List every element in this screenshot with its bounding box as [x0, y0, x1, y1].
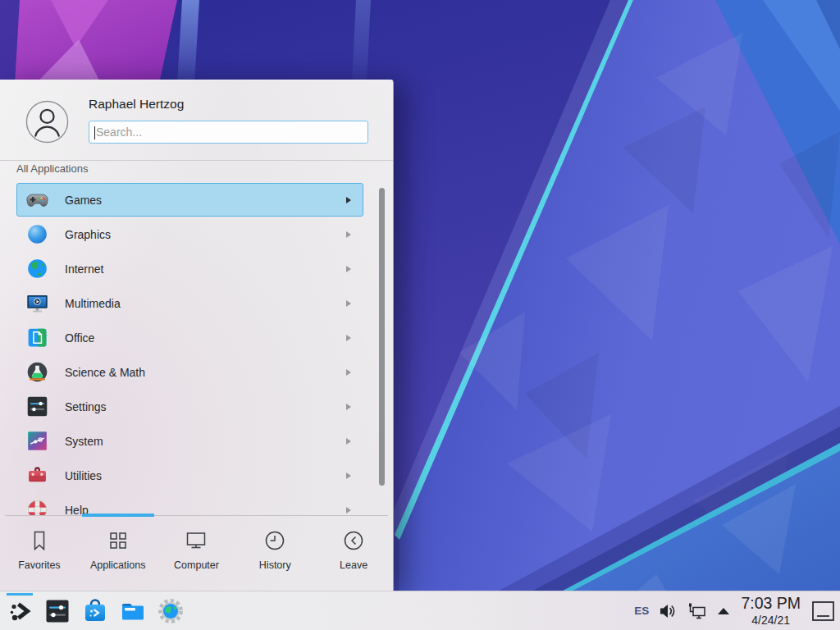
scrollbar-handle[interactable]: [379, 188, 385, 486]
graphics-icon: [25, 222, 49, 246]
settings-icon: [25, 395, 49, 418]
search-input[interactable]: [89, 121, 368, 143]
submenu-arrow-icon: [345, 403, 352, 411]
expand-tray-arrow-icon[interactable]: [718, 608, 729, 614]
menu-header: Raphael Hertzog: [0, 80, 393, 161]
category-list: Games Graphics Internet Multimedia Offic…: [0, 182, 393, 515]
applications-icon: [107, 529, 130, 552]
tab-applications[interactable]: Applications: [79, 516, 158, 591]
category-row[interactable]: System: [16, 424, 363, 458]
globe-gear-icon: [158, 598, 184, 624]
systemsettings-icon: [44, 598, 71, 624]
tab-computer[interactable]: Computer: [158, 516, 236, 591]
category-row[interactable]: Utilities: [16, 459, 363, 492]
web-browser-button[interactable]: [158, 598, 184, 624]
show-desktop-icon[interactable]: [812, 601, 834, 621]
discover-icon: [82, 598, 108, 624]
submenu-arrow-icon: [345, 265, 352, 273]
tab-leave[interactable]: Leave: [314, 516, 393, 591]
category-row[interactable]: Games: [16, 183, 363, 217]
category-row[interactable]: Internet: [16, 252, 363, 285]
system-icon: [25, 429, 49, 453]
system-settings-button[interactable]: [44, 598, 71, 624]
submenu-arrow-icon: [345, 231, 352, 239]
taskbar-panel: ES 7:03 PM 4/24/21: [0, 591, 840, 630]
user-name: Raphael Hertzog: [89, 97, 184, 112]
keyboard-layout-indicator[interactable]: ES: [634, 605, 649, 617]
tab-history[interactable]: History: [235, 516, 314, 591]
category-row[interactable]: Settings: [16, 390, 363, 423]
multimedia-icon: [25, 291, 49, 315]
volume-icon[interactable]: [659, 603, 677, 619]
category-row[interactable]: Graphics: [16, 217, 363, 251]
history-icon: [263, 529, 286, 552]
kickoff-icon: [7, 598, 33, 624]
application-launcher-menu: Raphael Hertzog All Applications Games G…: [0, 80, 394, 591]
leave-icon: [342, 529, 365, 552]
network-icon[interactable]: [687, 602, 708, 620]
search-box: [89, 121, 368, 144]
discover-button[interactable]: [82, 598, 108, 624]
submenu-arrow-icon: [345, 334, 352, 342]
clock-time: 7:03 PM: [741, 596, 801, 612]
menu-tabbar: Favorites Applications Computer History …: [0, 516, 393, 591]
category-row[interactable]: Help: [16, 493, 363, 515]
clock-date: 4/24/21: [751, 614, 790, 626]
utilities-icon: [25, 463, 49, 487]
games-icon: [25, 188, 49, 212]
office-icon: [25, 326, 49, 349]
folder-icon: [120, 598, 146, 624]
category-row[interactable]: Multimedia: [16, 286, 363, 320]
favorites-icon: [28, 529, 51, 552]
submenu-arrow-icon: [345, 472, 352, 480]
app-launcher-button[interactable]: [7, 598, 33, 624]
computer-icon: [185, 529, 208, 552]
user-avatar-icon[interactable]: [25, 100, 69, 144]
submenu-arrow-icon: [345, 368, 352, 377]
tab-favorites[interactable]: Favorites: [0, 516, 79, 591]
category-row[interactable]: Science & Math: [16, 355, 363, 389]
file-manager-button[interactable]: [120, 598, 146, 624]
submenu-arrow-icon: [345, 196, 352, 204]
text-caret: [94, 126, 95, 139]
internet-icon: [25, 257, 49, 281]
taskbar-launchers: [0, 598, 184, 624]
desktop: Raphael Hertzog All Applications Games G…: [0, 0, 840, 630]
category-row[interactable]: Office: [16, 321, 363, 354]
science-icon: [25, 360, 49, 384]
submenu-arrow-icon: [345, 437, 352, 445]
system-tray: ES 7:03 PM 4/24/21: [634, 596, 840, 626]
submenu-arrow-icon: [345, 506, 352, 514]
clock[interactable]: 7:03 PM 4/24/21: [739, 596, 802, 626]
submenu-arrow-icon: [345, 299, 352, 308]
section-label: All Applications: [16, 162, 88, 175]
active-task-indicator: [7, 593, 33, 596]
help-icon: [25, 498, 49, 515]
